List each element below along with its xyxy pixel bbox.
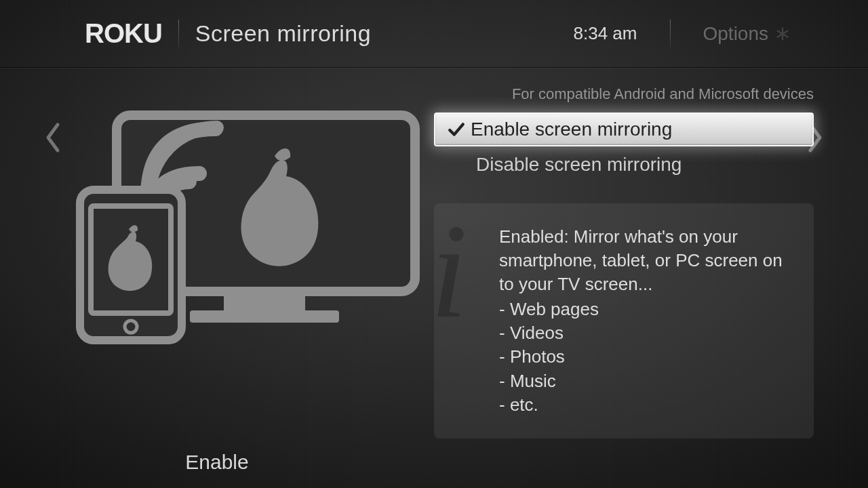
info-lead-text: Enabled: Mirror what's on your smartphon…: [499, 225, 792, 296]
page-title: Screen mirroring: [195, 20, 371, 47]
mirroring-illustration: [75, 108, 420, 352]
info-list-item: etc.: [499, 393, 792, 417]
options-button[interactable]: Options: [703, 23, 791, 45]
info-list-item: Web pages: [499, 298, 792, 321]
info-list-item: Videos: [499, 321, 792, 345]
option-disable[interactable]: Disable screen mirroring: [434, 148, 814, 182]
option-enable-label: Enable screen mirroring: [471, 119, 672, 140]
option-disable-label: Disable screen mirroring: [469, 154, 682, 176]
info-list-item: Music: [499, 369, 792, 393]
checkmark-icon: [448, 121, 471, 138]
option-enable[interactable]: Enable screen mirroring: [434, 113, 814, 146]
info-panel: i Enabled: Mirror what's on your smartph…: [434, 203, 814, 439]
info-list-item: Photos: [499, 345, 792, 369]
clock-text: 8:34 am: [574, 23, 637, 44]
compatibility-subtitle: For compatible Android and Microsoft dev…: [434, 68, 814, 113]
svg-rect-4: [224, 291, 305, 310]
info-list: Web pages Videos Photos Music etc.: [499, 298, 792, 416]
caption-text: Enable: [0, 451, 434, 474]
header-bar: ROKU Screen mirroring 8:34 am Options: [0, 0, 868, 68]
header-divider: [178, 20, 179, 48]
info-icon: i: [430, 203, 468, 339]
options-label: Options: [703, 23, 769, 45]
svg-rect-5: [190, 310, 339, 323]
main-content: Enable For compatible Android and Micros…: [0, 68, 868, 488]
brand-logo: ROKU: [85, 18, 162, 49]
header-divider: [670, 20, 671, 48]
asterisk-icon: [775, 26, 790, 41]
